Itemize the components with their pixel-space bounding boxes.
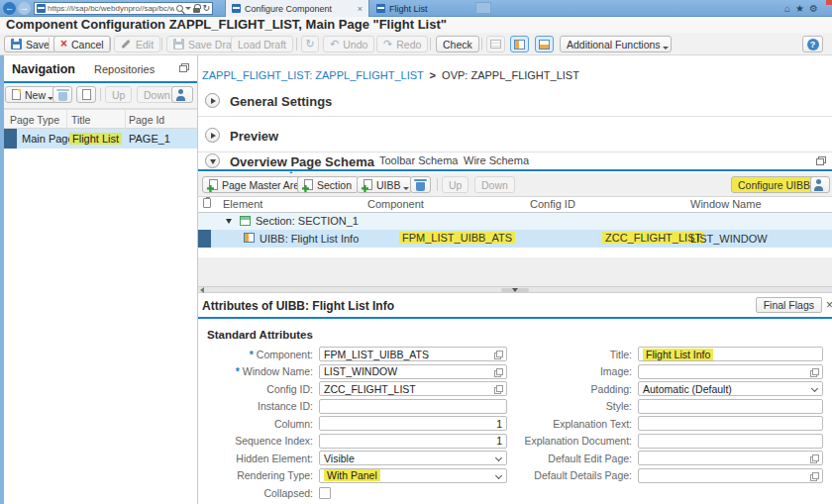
new-tab-button[interactable] [475, 2, 491, 14]
padding-select[interactable]: Automatic (Default) [638, 381, 823, 396]
new-page-button[interactable]: New [5, 86, 56, 103]
vertical-layout-toggle[interactable] [510, 36, 529, 52]
field-column: Column: 1 [198, 415, 513, 433]
table-row-section[interactable]: Section: SECTION_1 [198, 213, 832, 230]
value-help-icon[interactable] [810, 368, 819, 377]
dropdown-corner-icon [403, 187, 409, 190]
chevron-right-icon [211, 98, 216, 104]
window-name-field[interactable]: LIST_WINDOW [319, 364, 507, 379]
tab-navigation[interactable]: Navigation [12, 62, 75, 76]
value-help-icon[interactable] [494, 368, 503, 377]
component-cell: FPM_LIST_UIBB_ATS [399, 232, 515, 244]
title-field[interactable]: Flight List Info [638, 347, 823, 361]
personalize-button[interactable] [810, 176, 830, 193]
move-up-button[interactable]: Up [442, 176, 468, 193]
default-details-page-field[interactable] [638, 468, 823, 483]
attributes-form-left: Component: FPM_LIST_UIBB_ATS Window Name… [198, 346, 513, 502]
cancel-button[interactable]: × Cancel [53, 36, 111, 52]
move-up-button[interactable]: Up [105, 86, 132, 103]
detach-panel-icon[interactable] [179, 63, 189, 72]
home-icon[interactable]: ⌂ [784, 3, 790, 14]
close-panel-icon[interactable]: × [826, 298, 832, 312]
element-cell: Section: SECTION_1 [256, 215, 359, 227]
add-page-icon [304, 179, 313, 190]
close-icon[interactable]: × [358, 4, 363, 14]
load-draft-button[interactable]: Load Draft [231, 36, 293, 52]
move-down-button[interactable]: Down [474, 176, 515, 193]
chevron-down-icon[interactable] [226, 219, 232, 224]
breadcrumb-link[interactable]: ZAPPL_FLIGHT_LIST: ZAPPL_FLIGHT_LIST [202, 69, 424, 81]
close-window-button[interactable] [826, 0, 832, 5]
expand-section-button[interactable] [205, 128, 220, 143]
panel-underline [198, 317, 832, 319]
tab-flight-list[interactable]: Flight List [370, 0, 472, 17]
undo-button[interactable]: ↶ Undo [323, 36, 374, 52]
personalize-button[interactable] [171, 86, 193, 103]
page-id-cell: PAGE_1 [129, 133, 170, 145]
explanation-document-field[interactable] [638, 434, 823, 449]
search-icon[interactable] [176, 5, 183, 12]
instance-id-field[interactable] [319, 399, 507, 414]
rendering-type-select[interactable]: With Panel [319, 468, 507, 483]
style-field[interactable] [638, 399, 823, 414]
row-selector[interactable] [198, 230, 211, 248]
value-help-icon[interactable] [810, 454, 819, 463]
tab-wire-schema[interactable]: Wire Schema [464, 154, 529, 166]
chevron-down-icon [495, 472, 502, 479]
image-field[interactable] [638, 364, 823, 379]
collapsed-checkbox[interactable] [319, 487, 331, 499]
column-field[interactable]: 1 [319, 416, 507, 431]
tab-overview-page-schema[interactable]: Overview Page Schema [230, 154, 374, 169]
value-help-icon[interactable] [810, 472, 819, 481]
tab-repositories[interactable]: Repositories [94, 63, 155, 75]
add-uibb-button[interactable]: UIBB [357, 176, 412, 193]
window-edge [0, 55, 4, 504]
sequence-index-field[interactable]: 1 [319, 434, 507, 449]
refresh-button[interactable]: ↻ [301, 36, 319, 52]
redo-button[interactable]: ↷ Redo [376, 36, 428, 52]
back-icon[interactable]: ← [3, 2, 16, 15]
help-button[interactable]: ? [802, 36, 823, 52]
delete-element-button[interactable] [410, 176, 431, 193]
table-row-uibb[interactable]: UIBB: Flight List Info FPM_LIST_UIBB_ATS… [198, 230, 832, 248]
sap-favicon [232, 4, 241, 13]
splitter-handle[interactable] [501, 288, 529, 292]
tab-configure-component[interactable]: Configure Component × [225, 0, 369, 17]
check-button[interactable]: Check [436, 36, 479, 52]
final-flags-button[interactable]: Final Flags [756, 297, 822, 313]
refresh-icon[interactable]: ↻ [202, 3, 210, 14]
configure-uibb-button[interactable]: Configure UIBB [731, 176, 817, 193]
section-overview-page-schema: Overview Page Schema Toolbar Schema Wire… [198, 152, 832, 171]
section-title: Preview [230, 129, 278, 144]
section-general-settings: General Settings [198, 85, 832, 117]
expand-section-button[interactable] [205, 93, 220, 108]
gear-icon[interactable]: ⚙ [809, 3, 818, 14]
page-row-main-page[interactable]: Main Page Flight List PAGE_1 [0, 129, 197, 149]
default-edit-page-field[interactable] [638, 451, 823, 465]
chevron-down-icon[interactable] [185, 7, 191, 10]
add-section-button[interactable]: Section [297, 176, 359, 193]
row-selector[interactable] [4, 129, 17, 149]
star-icon[interactable]: ★ [795, 3, 804, 14]
collapse-section-button[interactable] [205, 153, 220, 168]
horizontal-splitter[interactable] [198, 286, 832, 293]
explanation-text-field[interactable] [638, 416, 823, 431]
edit-button[interactable]: Edit [114, 36, 160, 52]
address-bar[interactable]: https://l/sap/bc/webdynpro//sap/bc/webdy… [34, 2, 213, 15]
horizontal-layout-toggle[interactable] [535, 36, 554, 52]
new-page-icon [12, 89, 21, 100]
copy-page-button[interactable] [76, 86, 96, 103]
value-help-icon[interactable] [494, 385, 503, 394]
detach-section-icon[interactable] [816, 156, 826, 165]
preview-layout-button[interactable] [486, 36, 505, 52]
delete-page-button[interactable] [52, 86, 72, 103]
column-header: Element [223, 198, 262, 210]
hidden-element-select[interactable]: Visible [319, 451, 507, 465]
additional-functions-button[interactable]: Additional Functions [560, 36, 672, 52]
config-id-field[interactable]: ZCC_FLIGHT_LIST [319, 381, 507, 396]
tab-toolbar-schema[interactable]: Toolbar Schema [379, 154, 459, 166]
add-page-master-area-button[interactable]: Page Master Area [202, 176, 312, 193]
forward-icon[interactable]: → [18, 2, 31, 15]
component-field[interactable]: FPM_LIST_UIBB_ATS [319, 347, 507, 361]
value-help-icon[interactable] [494, 351, 503, 359]
